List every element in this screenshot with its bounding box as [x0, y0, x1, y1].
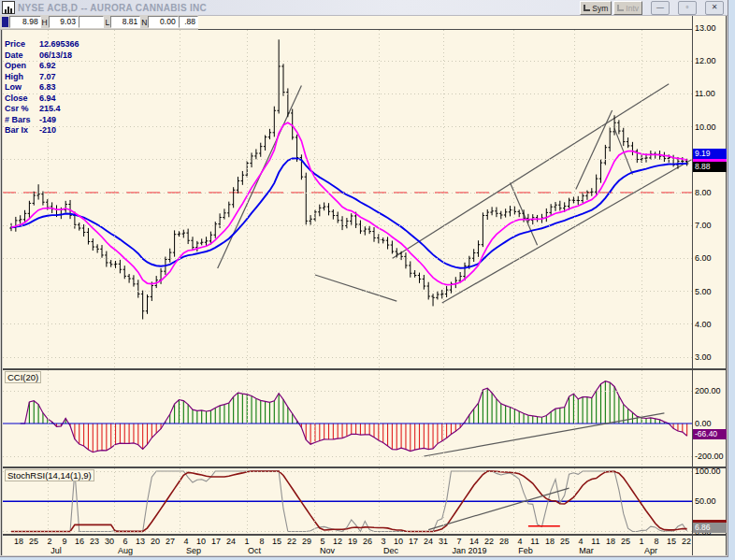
svg-text:13: 13 [136, 537, 145, 546]
window-title: NYSE ACB,D -- AURORA CANNABIS INC [18, 3, 207, 13]
stochrsi-panel-label: StochRSI(14,14(1),9) [5, 469, 94, 481]
svg-text:6.00: 6.00 [695, 253, 712, 263]
svg-text:Nov: Nov [320, 546, 336, 555]
title-bar: NYSE ACB,D -- AURORA CANNABIS INC Sym In… [0, 0, 728, 16]
toolbar-field-label: N [140, 18, 148, 27]
svg-text:25: 25 [29, 537, 38, 546]
svg-text:11: 11 [530, 537, 539, 546]
svg-text:14: 14 [469, 537, 479, 546]
cursor-data-row: Close6.94 [5, 93, 79, 105]
svg-text:7: 7 [456, 537, 461, 546]
ma-value-badge: 9.19 [693, 149, 727, 159]
close-button[interactable]: ✕ [705, 1, 724, 15]
svg-text:10: 10 [394, 537, 403, 546]
svg-text:Jan 2019: Jan 2019 [452, 546, 486, 555]
svg-text:25: 25 [621, 537, 630, 546]
svg-text:13.00: 13.00 [695, 23, 716, 33]
svg-text:27: 27 [166, 537, 175, 546]
svg-text:31: 31 [439, 537, 448, 546]
quote-toolbar: 8.98H9.03L8.81N0.00.88 [0, 15, 198, 30]
svg-text:4: 4 [183, 537, 188, 546]
svg-text:20: 20 [151, 537, 160, 546]
svg-text:19: 19 [348, 537, 357, 546]
svg-text:30: 30 [105, 537, 114, 546]
intv-icon [617, 5, 624, 11]
toolbar-field[interactable]: 9.03 [49, 16, 79, 28]
svg-text:11.00: 11.00 [695, 89, 715, 98]
svg-text:22: 22 [287, 537, 296, 546]
svg-text:24: 24 [424, 537, 433, 546]
toolbar-field[interactable]: .88 [179, 16, 198, 28]
svg-text:3.00: 3.00 [695, 352, 712, 362]
svg-text:Mar: Mar [579, 546, 594, 555]
svg-text:10.00: 10.00 [695, 122, 716, 132]
chart-svg[interactable]: 13.0012.0011.0010.009.008.007.006.005.00… [0, 0, 728, 556]
svg-text:24: 24 [226, 537, 236, 546]
svg-text:4: 4 [578, 537, 583, 546]
svg-text:22: 22 [682, 537, 691, 546]
svg-text:Dec: Dec [383, 546, 399, 555]
stoch-value-badge: 6.86 [693, 523, 727, 533]
svg-text:22: 22 [484, 537, 494, 546]
svg-text:17: 17 [409, 537, 418, 546]
last-price-badge: 8.88 [693, 162, 727, 172]
svg-text:50.00: 50.00 [695, 496, 716, 506]
toolbar-field[interactable]: 8.98 [9, 16, 41, 28]
toolbar-field[interactable]: 0.00 [148, 16, 178, 28]
svg-text:28: 28 [499, 537, 509, 546]
toolbar-field-label: L [104, 18, 110, 27]
maximize-button[interactable]: ▫ [678, 1, 697, 15]
cursor-data-row: Price12.695366 [5, 39, 79, 50]
svg-text:18: 18 [14, 537, 23, 546]
svg-text:18: 18 [606, 537, 615, 546]
svg-text:10: 10 [196, 537, 206, 546]
toolbar-field-label: H [41, 18, 49, 27]
svg-text:15: 15 [272, 537, 281, 546]
svg-text:-200.00: -200.00 [695, 452, 724, 461]
cursor-data-row: Csr %215.4 [5, 104, 79, 115]
cursor-data-row: High7.07 [5, 72, 79, 83]
svg-text:17: 17 [211, 537, 221, 546]
svg-text:Jul: Jul [50, 546, 62, 555]
svg-text:2: 2 [47, 537, 51, 546]
svg-text:Apr: Apr [644, 546, 657, 555]
cursor-data-row: # Bars-149 [5, 115, 79, 126]
svg-text:15: 15 [667, 537, 676, 546]
svg-text:Feb: Feb [518, 546, 533, 555]
svg-text:200.00: 200.00 [695, 386, 721, 395]
svg-text:Oct: Oct [248, 546, 262, 555]
svg-text:12.00: 12.00 [695, 56, 716, 65]
app-icon [2, 1, 15, 14]
toolbar-field[interactable] [79, 16, 105, 28]
cursor-data-panel: Price12.695366Date06/13/18Open6.92High7.… [5, 39, 79, 136]
svg-text:1: 1 [639, 537, 643, 546]
svg-text:4.00: 4.00 [695, 320, 712, 329]
cci-panel-label: CCI(20) [5, 371, 41, 383]
svg-text:Sep: Sep [186, 546, 201, 555]
chart-window: 13.0012.0011.0010.009.008.007.006.005.00… [0, 0, 728, 557]
svg-text:0.00: 0.00 [695, 419, 712, 428]
svg-text:9: 9 [62, 537, 66, 546]
sym-button[interactable]: Sym [580, 1, 612, 15]
svg-text:23: 23 [90, 537, 99, 546]
svg-text:18: 18 [545, 537, 555, 546]
svg-text:1: 1 [244, 537, 249, 546]
intv-button[interactable]: Intv [613, 1, 642, 15]
svg-text:Aug: Aug [118, 546, 133, 555]
toolbar-field[interactable]: 8.81 [110, 16, 140, 28]
svg-text:5.00: 5.00 [695, 287, 712, 296]
cci-value-badge: -66.40 [693, 429, 727, 439]
cursor-data-row: Date06/13/18 [5, 50, 79, 62]
svg-text:6: 6 [122, 537, 127, 546]
svg-text:8.00: 8.00 [695, 188, 712, 197]
svg-text:5: 5 [320, 537, 324, 546]
svg-text:8: 8 [654, 537, 658, 546]
svg-text:12: 12 [333, 537, 342, 546]
svg-text:26: 26 [363, 537, 372, 546]
cursor-data-row: Bar Ix-210 [5, 125, 79, 136]
minimize-button[interactable]: — [651, 1, 670, 15]
svg-text:100.00: 100.00 [695, 467, 721, 476]
svg-text:3: 3 [381, 537, 385, 546]
svg-text:11: 11 [591, 537, 599, 546]
desktop-background [728, 0, 735, 560]
